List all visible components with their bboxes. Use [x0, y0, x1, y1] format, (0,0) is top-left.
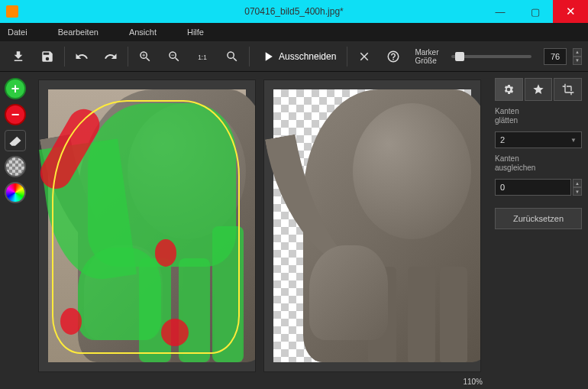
remove-marker-tool[interactable]: −	[5, 104, 26, 125]
offset-edges-label: Kantenausgleichen	[495, 154, 582, 173]
minus-icon: −	[11, 108, 20, 122]
zoom-indicator: 110%	[463, 378, 483, 386]
offset-spinner[interactable]: ▲▼	[573, 179, 582, 196]
background-tool[interactable]	[5, 156, 26, 177]
chevron-up-icon[interactable]: ▲	[573, 179, 582, 187]
result-panel[interactable]	[263, 79, 481, 372]
menu-view[interactable]: Ansicht	[129, 28, 157, 37]
play-icon	[260, 49, 276, 64]
plus-icon: +	[11, 82, 20, 96]
star-icon	[532, 83, 544, 96]
crop-icon	[562, 83, 574, 96]
tab-favorites[interactable]	[525, 78, 553, 101]
save-button[interactable]	[35, 44, 60, 69]
zoom-fit-button[interactable]	[220, 44, 244, 69]
menu-edit[interactable]: Bearbeiten	[58, 28, 99, 37]
gear-icon	[502, 83, 515, 96]
smooth-edges-select[interactable]: 2 ▼	[495, 131, 582, 148]
toolbar: 1:1 Ausschneiden MarkerGröße 76 ▲▼	[0, 41, 588, 72]
reset-button[interactable]: Zurücksetzen	[495, 208, 582, 229]
marker-size-spinner[interactable]: ▲▼	[573, 48, 582, 65]
color-tool[interactable]	[5, 182, 26, 203]
menu-file[interactable]: Datei	[8, 28, 27, 37]
undo-button[interactable]	[69, 44, 94, 69]
menubar: Datei Bearbeiten Ansicht Hilfe	[0, 23, 588, 41]
chevron-down-icon[interactable]: ▼	[573, 57, 582, 65]
help-icon-button[interactable]	[381, 44, 405, 69]
slider-thumb[interactable]	[455, 52, 464, 61]
cut-label: Ausschneiden	[279, 51, 336, 62]
minimize-button[interactable]: —	[483, 0, 518, 23]
redo-button[interactable]	[99, 44, 123, 69]
right-panel: Kantenglätten 2 ▼ Kantenausgleichen 0 ▲▼…	[489, 72, 588, 389]
zoom-actual-button[interactable]: 1:1	[191, 44, 215, 69]
offset-edges-input[interactable]: 0	[495, 179, 571, 196]
titlebar[interactable]: 070416_bild5_400h.jpg* — ▢ ✕	[0, 0, 588, 23]
add-marker-tool[interactable]: +	[5, 78, 26, 99]
app-window: 070416_bild5_400h.jpg* — ▢ ✕ Datei Bearb…	[0, 0, 588, 389]
chevron-down-icon: ▼	[570, 137, 577, 144]
zoom-out-button[interactable]	[162, 44, 186, 69]
open-button[interactable]	[6, 44, 31, 69]
eraser-tool[interactable]	[5, 130, 26, 151]
window-title: 070416_bild5_400h.jpg*	[244, 6, 343, 17]
canvas-area: 110%	[31, 72, 489, 389]
app-icon	[6, 5, 18, 18]
tab-crop[interactable]	[554, 78, 582, 101]
eraser-icon	[8, 135, 22, 146]
smooth-edges-label: Kantenglätten	[495, 107, 582, 125]
discard-button[interactable]	[352, 44, 376, 69]
menu-help[interactable]: Hilfe	[187, 28, 204, 37]
cut-button[interactable]: Ausschneiden	[254, 46, 342, 67]
chevron-up-icon[interactable]: ▲	[573, 48, 582, 57]
tab-settings[interactable]	[495, 78, 523, 101]
svg-text:1:1: 1:1	[198, 53, 207, 60]
marker-size-value[interactable]: 76	[544, 48, 567, 65]
maximize-button[interactable]: ▢	[518, 0, 553, 23]
marker-size-slider[interactable]	[451, 55, 531, 58]
tool-column: + −	[0, 72, 31, 389]
main-area: + −	[0, 72, 588, 389]
close-button[interactable]: ✕	[553, 0, 588, 23]
marker-size-label: MarkerGröße	[415, 48, 438, 65]
source-panel[interactable]	[38, 79, 256, 372]
zoom-in-button[interactable]	[133, 44, 157, 69]
chevron-down-icon[interactable]: ▼	[573, 187, 582, 196]
